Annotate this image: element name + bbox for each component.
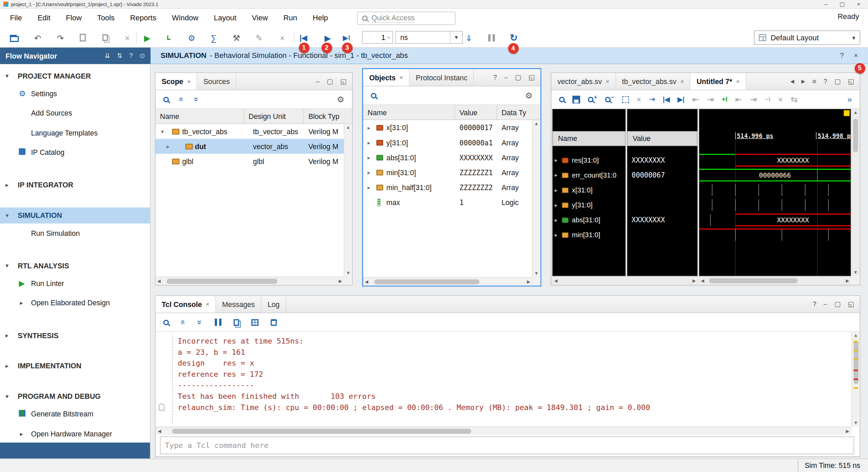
object-row-x[interactable]: ▸ x[31:0] 00000017 Array xyxy=(363,120,540,135)
tcl-command-inputbox[interactable] xyxy=(160,436,854,454)
sim-run-all-icon[interactable]: ▶ xyxy=(322,32,333,43)
chevron-right-icon[interactable]: ▸ xyxy=(555,172,557,178)
sim-time-value-field[interactable] xyxy=(365,33,386,41)
close-icon[interactable]: × xyxy=(606,78,609,85)
menu-view[interactable]: View xyxy=(244,9,276,27)
flow-nav-language-templates[interactable]: Language Templates xyxy=(0,126,150,140)
save-waveform-icon[interactable] xyxy=(572,96,580,103)
flow-nav-generate-bitstream[interactable]: Generate Bitstream xyxy=(0,407,150,421)
flow-nav-simulation[interactable]: ▾ SIMULATION xyxy=(0,207,150,223)
tab-scroll-left-icon[interactable]: ◀ xyxy=(790,79,794,84)
menu-flow[interactable]: Flow xyxy=(58,9,89,27)
object-row-y[interactable]: ▸ y[31:0] 000000a1 Array xyxy=(363,135,540,150)
zoom-in-icon[interactable]: + xyxy=(588,97,597,102)
flow-nav-run-linter[interactable]: ▶ Run Linter xyxy=(0,276,150,290)
scroll-up-icon[interactable]: ▲ xyxy=(853,110,858,115)
menu-window[interactable]: Window xyxy=(164,9,206,27)
flow-nav-ip-catalog[interactable]: IP Catalog xyxy=(0,145,150,159)
tab-menu-icon[interactable]: ≡ xyxy=(812,78,816,85)
flow-nav-synthesis[interactable]: ▸ SYNTHESIS xyxy=(0,328,150,342)
pause-output-icon[interactable] xyxy=(215,319,221,326)
chevron-right-icon[interactable]: ▸ xyxy=(368,169,370,176)
sim-run-for-time-icon[interactable]: ▶t xyxy=(341,32,352,43)
vertical-scrollbar[interactable]: ▲ ▼ xyxy=(532,120,540,277)
window-maximize-icon[interactable]: ▢ xyxy=(840,1,845,7)
flow-nav-ip-integrator[interactable]: ▸ IP INTEGRATOR xyxy=(0,178,150,192)
delete-icon[interactable]: × xyxy=(122,32,133,43)
minimize-icon[interactable]: – xyxy=(504,74,508,81)
col-design-unit[interactable]: Design Unit xyxy=(244,109,304,123)
report-sigma-icon[interactable]: ∑ xyxy=(208,32,219,43)
open-project-icon[interactable] xyxy=(9,32,20,43)
tab-tcl-console[interactable]: Tcl Console × xyxy=(156,296,216,312)
chevron-right-icon[interactable]: ▸ xyxy=(555,232,557,238)
clear-console-icon[interactable] xyxy=(271,319,277,326)
wave-trace-y[interactable] xyxy=(699,198,851,212)
float-icon[interactable]: ◱ xyxy=(848,301,854,308)
scroll-left-icon[interactable]: ◀ xyxy=(157,279,161,284)
col-data-type[interactable]: Data Ty xyxy=(497,105,540,119)
tools-icon[interactable]: ⚒ xyxy=(231,32,242,43)
flow-nav-program-debug[interactable]: ▾ PROGRAM AND DEBUG xyxy=(0,389,150,403)
scroll-down-icon[interactable]: ▼ xyxy=(534,271,539,276)
redo-icon[interactable]: ↷ xyxy=(55,32,66,43)
clear-icon[interactable]: × xyxy=(387,34,390,40)
expand-all-icon[interactable]: » xyxy=(193,97,201,102)
object-row-max[interactable]: max 1 Logic xyxy=(363,195,540,210)
scroll-down-icon[interactable]: ▼ xyxy=(854,420,858,426)
layout-selector[interactable]: Default Layout ▾ xyxy=(754,30,860,45)
help-icon[interactable]: ? xyxy=(840,52,844,60)
wave-trace-err-count[interactable]: 00000066 xyxy=(699,168,851,183)
run-step-icon[interactable] xyxy=(163,32,174,43)
tcl-command-input[interactable] xyxy=(165,441,849,450)
prev-transition-icon[interactable]: |◀ xyxy=(663,96,670,103)
close-icon[interactable]: × xyxy=(736,78,740,85)
chevron-right-icon[interactable]: ▸ xyxy=(368,124,370,130)
object-row-min-half[interactable]: ▸ min_half[31:0] ZZZZZZZ2 Array xyxy=(363,180,540,195)
tab-scope[interactable]: Scope × xyxy=(156,73,197,90)
close-icon[interactable]: × xyxy=(399,74,403,81)
copy-icon[interactable] xyxy=(233,319,239,326)
scroll-left-icon[interactable]: ◀ xyxy=(554,278,557,283)
close-icon[interactable]: × xyxy=(187,78,191,85)
help-icon[interactable]: ? xyxy=(129,52,133,60)
wave-trace-res[interactable]: XXXXXXXX xyxy=(699,153,851,168)
tab-log[interactable]: Log xyxy=(261,296,286,312)
menu-layout[interactable]: Layout xyxy=(206,9,244,27)
scroll-right-icon[interactable]: ▶ xyxy=(527,279,530,284)
gear-icon[interactable]: ⚙ xyxy=(525,91,533,99)
float-icon[interactable]: ◱ xyxy=(340,78,347,85)
menu-edit[interactable]: Edit xyxy=(30,9,58,27)
flow-nav-open-hw-manager[interactable]: ▸ Open Hardware Manager xyxy=(0,427,150,441)
scrollbar-thumb[interactable] xyxy=(166,279,277,284)
chevron-right-icon[interactable]: ▸ xyxy=(368,184,370,190)
sim-time-input[interactable]: × xyxy=(362,31,393,44)
chevron-right-icon[interactable]: ▸ xyxy=(368,139,370,145)
minimize-icon[interactable]: – xyxy=(316,78,320,85)
help-icon[interactable]: ? xyxy=(824,78,827,85)
flow-nav-project-manager[interactable]: ▾ PROJECT MANAGER xyxy=(0,68,150,83)
waveform-plot[interactable]: 514,996 ps 514,998 ps XXXXXXXX 00000066 xyxy=(699,109,851,276)
menu-run[interactable]: Run xyxy=(276,9,305,27)
wave-col-name-header[interactable]: Name xyxy=(552,131,626,146)
more-tools-icon[interactable]: » xyxy=(847,95,852,103)
tab-messages[interactable]: Messages xyxy=(216,296,261,312)
goto-time-icon[interactable]: ⇥ xyxy=(649,96,655,103)
close-simulation-icon[interactable]: × xyxy=(854,52,858,60)
maximize-icon[interactable]: ▢ xyxy=(327,78,333,85)
search-icon[interactable] xyxy=(163,320,169,325)
scope-row-tb-vector-abs[interactable]: ▾ tb_vector_abs tb_vector_abs Verilog M xyxy=(156,124,352,139)
window-minimize-icon[interactable]: – xyxy=(824,1,827,7)
window-close-icon[interactable]: × xyxy=(857,1,861,7)
horizontal-scrollbar[interactable]: ◀ ▶ xyxy=(156,427,851,435)
pin-icon[interactable]: ⊙ xyxy=(139,52,145,60)
collapse-all-icon[interactable]: « xyxy=(179,320,187,325)
undo-icon[interactable]: ↶ xyxy=(32,32,43,43)
menu-file[interactable]: File xyxy=(2,9,30,27)
scrollbar-thumb[interactable] xyxy=(172,429,471,434)
expand-all-icon[interactable]: » xyxy=(196,320,204,325)
marker-flag-icon[interactable] xyxy=(844,110,850,116)
chevron-right-icon[interactable]: ▸ xyxy=(555,217,557,223)
tab-untitled-7[interactable]: Untitled 7* × xyxy=(691,73,746,90)
chevron-right-icon[interactable]: ▸ xyxy=(555,157,557,163)
